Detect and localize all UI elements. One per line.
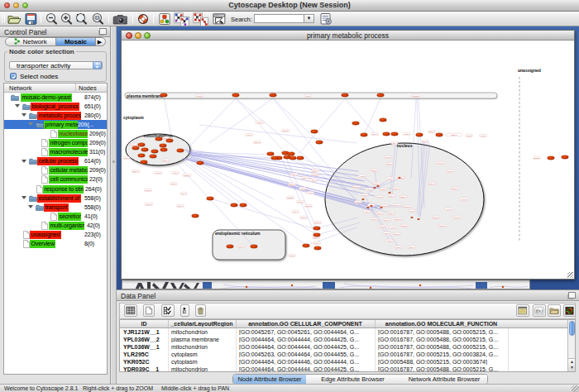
graph-node[interactable]: [314, 246, 322, 250]
graph-node[interactable]: [231, 203, 238, 207]
layout-a-icon[interactable]: [174, 12, 189, 26]
tree-row[interactable]: multi-organism pro42(0): [4, 221, 107, 230]
table-row[interactable]: YPL036W__1mitochondrion[GO:0044464, GO:0…: [120, 343, 575, 351]
graph-node[interactable]: [377, 93, 385, 97]
tree-row[interactable]: cell communicati22(0): [4, 175, 107, 184]
graph-node[interactable]: [361, 133, 368, 136]
tree-node-label[interactable]: response to stimulu: [43, 185, 84, 194]
graph-node[interactable]: [151, 150, 159, 153]
tab-overflow-arrow[interactable]: ▶: [94, 38, 105, 45]
graph-node[interactable]: [150, 155, 157, 158]
tree-row[interactable]: Overview8(0): [4, 240, 107, 249]
table-column-header[interactable]: annotation.GO CELLULAR_COMPONENT: [237, 321, 373, 327]
tree-expand-arrow-icon[interactable]: [28, 122, 33, 126]
graph-node[interactable]: [197, 161, 204, 165]
table-row[interactable]: YPL036W__2plasma membrane[GO:0044464, GO…: [120, 336, 575, 343]
graph-node[interactable]: [562, 155, 569, 159]
network-canvas[interactable]: plasma membranecytoplasmmitochondrionnuc…: [122, 41, 574, 279]
select-attributes-icon[interactable]: [161, 304, 175, 317]
attribute-list-icon[interactable]: [516, 304, 529, 317]
graph-node[interactable]: [416, 133, 423, 136]
tree-node-label[interactable]: transport: [44, 203, 69, 212]
float-data-panel-icon[interactable]: [568, 292, 576, 299]
graph-node[interactable]: [303, 244, 310, 247]
app-resize-grip[interactable]: [572, 385, 579, 392]
tab-node-attribute-browser[interactable]: Node Attribute Browser: [233, 375, 306, 384]
network-window-titlebar[interactable]: primary metabolic process: [122, 31, 574, 41]
tree-node-label[interactable]: primary metabolic: [44, 121, 78, 129]
table-column-header[interactable]: _cellularLayoutRegion: [170, 321, 234, 327]
vizmapper-icon[interactable]: [159, 12, 170, 26]
graph-node[interactable]: [160, 93, 168, 97]
tab-network[interactable]: Network: [6, 38, 55, 45]
attribute-table-icon[interactable]: [124, 304, 137, 317]
manage-networks-icon[interactable]: [213, 12, 226, 26]
graph-node[interactable]: [251, 245, 258, 248]
table-row[interactable]: YLR295Ccytoplasm[GO:0045263, GO:0044464,…: [120, 351, 575, 358]
tab-edge-attribute-browser[interactable]: Edge Attribute Browser: [306, 375, 400, 384]
zoom-actual-icon[interactable]: 1:1: [92, 12, 105, 26]
tab-mosaic[interactable]: Mosaic: [55, 38, 96, 45]
node-color-combo[interactable]: transporter activity: [9, 61, 103, 69]
tree-node-label[interactable]: multi-organism pro: [49, 222, 84, 230]
tree-expand-arrow-icon[interactable]: [22, 113, 26, 117]
delete-attribute-icon[interactable]: [195, 304, 206, 317]
graph-node[interactable]: [141, 160, 148, 164]
graph-node[interactable]: [271, 156, 279, 160]
graph-node[interactable]: [192, 214, 199, 218]
graph-node[interactable]: [156, 137, 163, 141]
tree-row[interactable]: response to stimulu264(0): [4, 184, 107, 194]
tree-node-label[interactable]: unassigned: [30, 231, 61, 239]
tree-node-label[interactable]: metabolic process: [37, 112, 81, 120]
graph-node[interactable]: [311, 130, 318, 133]
graph-node[interactable]: [207, 197, 214, 200]
tree-node-label[interactable]: establishment of lo: [37, 194, 81, 203]
zoom-out-icon[interactable]: [45, 12, 58, 26]
heatmap-icon[interactable]: [563, 304, 576, 317]
graph-node[interactable]: [288, 152, 295, 155]
scrollbar-arrows[interactable]: ▲▼: [568, 358, 576, 371]
zoom-button[interactable]: [22, 2, 28, 8]
graph-node[interactable]: [383, 132, 390, 136]
formula-fx-icon[interactable]: f(x): [533, 304, 546, 317]
table-row[interactable]: YDR039C__1mitochondrion[GO:0044464, GO:0…: [120, 366, 575, 372]
tree-row[interactable]: establishment of lo558(0): [4, 194, 107, 203]
graph-node[interactable]: [436, 133, 443, 136]
scrollbar-thumb[interactable]: [569, 321, 575, 336]
attribute-matrix-icon[interactable]: [180, 304, 189, 317]
tree-column-divider[interactable]: [75, 84, 76, 93]
tree-row[interactable]: primary metabolic209(...: [4, 120, 107, 129]
tree-node-label[interactable]: nitrogen compou: [49, 139, 88, 147]
graph-node[interactable]: [270, 93, 277, 97]
close-button[interactable]: [4, 2, 10, 8]
graph-node[interactable]: [342, 93, 349, 97]
graph-node[interactable]: [316, 141, 323, 144]
tree-node-label[interactable]: biological_process: [31, 103, 79, 111]
tree-node-label[interactable]: mosaic-demo-yeast: [21, 93, 72, 102]
graph-node[interactable]: [267, 152, 275, 155]
graph-node[interactable]: [166, 139, 174, 142]
graph-node[interactable]: [297, 156, 304, 160]
graph-node[interactable]: [160, 144, 167, 147]
graph-node[interactable]: [138, 154, 146, 157]
tree-node-label[interactable]: Overview: [30, 240, 55, 248]
graph-node[interactable]: [138, 143, 146, 146]
background-window-edge[interactable]: [122, 280, 530, 289]
tree-row[interactable]: mosaic-demo-yeast874(0): [4, 93, 107, 102]
import-attributes-icon[interactable]: [548, 304, 561, 317]
graph-node[interactable]: [352, 122, 360, 125]
tree-node-label[interactable]: nucleobase-cont: [58, 130, 88, 138]
network-window-minimize-button[interactable]: [135, 32, 141, 39]
graph-node[interactable]: [232, 93, 240, 97]
tree-row[interactable]: biological_process651(0): [4, 102, 107, 111]
search-settings-icon[interactable]: [320, 12, 333, 26]
graph-node[interactable]: [313, 233, 321, 237]
tree-node-label[interactable]: cellular metabol: [49, 166, 88, 174]
table-vertical-scrollbar[interactable]: ▲▼: [567, 320, 575, 371]
zoom-fit-icon[interactable]: [75, 12, 89, 26]
combo-spinner-icon[interactable]: [93, 61, 102, 69]
tree-expand-arrow-icon[interactable]: [15, 104, 20, 108]
graph-node[interactable]: [141, 148, 149, 151]
graph-node[interactable]: [380, 118, 387, 122]
snapshot-icon[interactable]: [112, 12, 128, 26]
